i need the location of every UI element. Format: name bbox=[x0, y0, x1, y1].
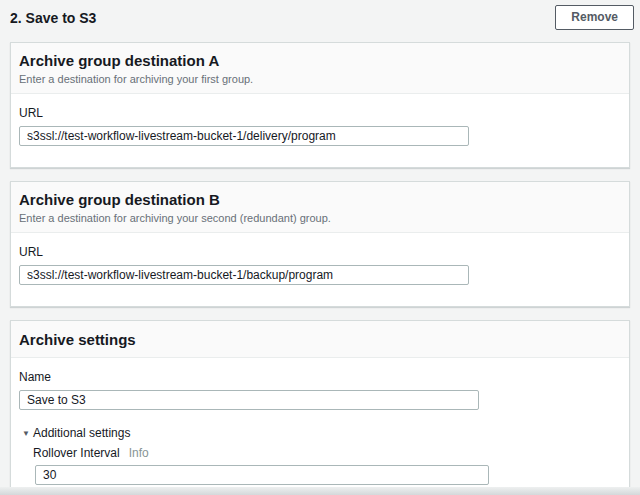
card-destination-a-title: Archive group destination A bbox=[19, 53, 620, 68]
info-link[interactable]: Info bbox=[129, 446, 149, 460]
additional-settings-section: ▼ Additional settings Rollover Interval … bbox=[19, 427, 620, 485]
card-destination-a-description: Enter a destination for archiving your f… bbox=[19, 73, 620, 85]
url-input-a[interactable] bbox=[19, 126, 469, 146]
card-archive-settings-header: Archive settings bbox=[11, 321, 629, 358]
card-destination-b-body: URL bbox=[11, 233, 629, 306]
card-destination-a-body: URL bbox=[11, 94, 629, 167]
save-to-s3-section: 2. Save to S3 Remove Archive group desti… bbox=[0, 0, 640, 495]
chevron-down-icon: ▼ bbox=[22, 428, 33, 440]
url-input-b[interactable] bbox=[19, 265, 469, 285]
additional-settings-toggle[interactable]: ▼ Additional settings bbox=[22, 427, 620, 440]
rollover-label-row: Rollover Interval Info bbox=[33, 446, 620, 460]
section-title: 2. Save to S3 bbox=[10, 9, 96, 27]
card-archive-settings-title: Archive settings bbox=[19, 332, 620, 347]
rollover-interval-input[interactable] bbox=[35, 465, 489, 485]
card-destination-b-header: Archive group destination B Enter a dest… bbox=[11, 182, 629, 233]
card-archive-settings-body: Name ▼ Additional settings Rollover Inte… bbox=[11, 358, 629, 495]
card-destination-b-title: Archive group destination B bbox=[19, 192, 620, 207]
card-destination-a-header: Archive group destination A Enter a dest… bbox=[11, 43, 629, 94]
name-input[interactable] bbox=[19, 390, 479, 410]
rollover-interval-label: Rollover Interval bbox=[33, 447, 120, 460]
url-label-b: URL bbox=[19, 246, 620, 259]
remove-button[interactable]: Remove bbox=[555, 5, 634, 30]
next-section-edge bbox=[0, 487, 640, 495]
card-destination-b: Archive group destination B Enter a dest… bbox=[10, 181, 630, 307]
url-label-a: URL bbox=[19, 107, 620, 120]
additional-settings-label: Additional settings bbox=[33, 427, 130, 440]
card-archive-settings: Archive settings Name ▼ Additional setti… bbox=[10, 320, 630, 495]
card-destination-a: Archive group destination A Enter a dest… bbox=[10, 42, 630, 168]
section-header: 2. Save to S3 Remove bbox=[0, 0, 640, 42]
card-destination-b-description: Enter a destination for archiving your s… bbox=[19, 212, 620, 224]
name-label: Name bbox=[19, 371, 620, 384]
